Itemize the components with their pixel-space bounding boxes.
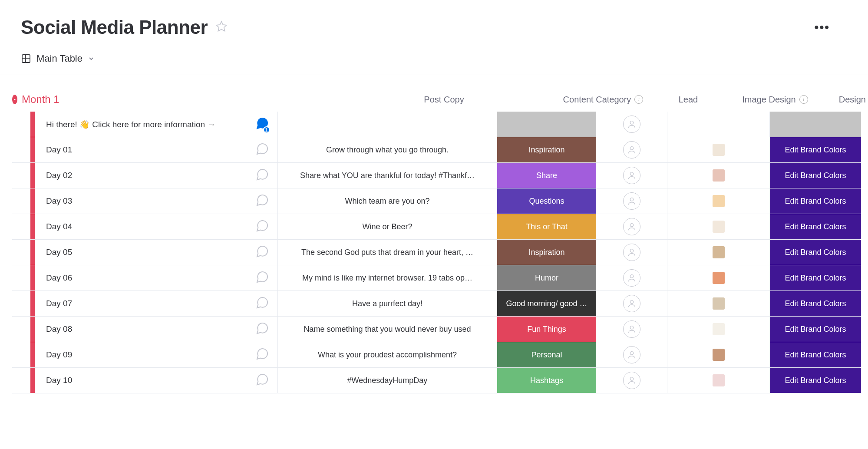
design-status-cell[interactable]: Edit Brand Colors [770, 188, 861, 214]
conversation-button[interactable] [247, 214, 278, 239]
row-item-name[interactable]: Day 01 [40, 137, 247, 162]
table-row[interactable]: Day 09What is your proudest accomplishme… [12, 342, 860, 368]
conversation-button[interactable] [247, 291, 278, 316]
row-item-name[interactable]: Day 09 [40, 342, 247, 367]
group-collapse-toggle[interactable] [12, 95, 17, 104]
conversation-button[interactable]: 1 [247, 112, 278, 137]
lead-cell[interactable] [596, 163, 667, 188]
conversation-button[interactable] [247, 163, 278, 188]
post-copy-cell[interactable]: #WednesdayHumpDay [278, 368, 497, 393]
design-status-cell[interactable]: Edit Brand Colors [770, 317, 861, 342]
column-header-content-category[interactable]: Content Categoryi [554, 95, 653, 105]
table-row[interactable]: Day 02Share what YOU are thankful for to… [12, 163, 860, 188]
row-item-name[interactable]: Day 10 [40, 368, 247, 393]
conversation-button[interactable] [247, 188, 278, 214]
image-thumbnail[interactable] [713, 195, 725, 207]
image-thumbnail[interactable] [713, 246, 725, 258]
content-category-cell[interactable]: Inspiration [497, 137, 596, 162]
table-row[interactable]: Day 01Grow through what you go through.I… [12, 137, 860, 163]
post-copy-cell[interactable]: Have a purrfect day! [278, 291, 497, 316]
image-thumbnail[interactable] [713, 169, 725, 182]
info-icon[interactable]: i [634, 95, 643, 104]
row-item-name[interactable]: Day 06 [40, 265, 247, 291]
image-design-cell[interactable] [667, 317, 770, 342]
table-row[interactable]: Day 05The second God puts that dream in … [12, 240, 860, 265]
post-copy-cell[interactable]: What is your proudest accomplishment? [278, 342, 497, 367]
image-thumbnail[interactable] [713, 349, 725, 361]
lead-cell[interactable] [596, 368, 667, 393]
image-thumbnail[interactable] [713, 144, 725, 156]
image-design-cell[interactable] [667, 214, 770, 239]
image-thumbnail[interactable] [713, 221, 725, 233]
column-header-design-status[interactable]: Design Statusi [826, 95, 868, 105]
image-thumbnail[interactable] [713, 272, 725, 284]
post-copy-cell[interactable]: The second God puts that dream in your h… [278, 240, 497, 265]
table-row[interactable]: Day 06My mind is like my internet browse… [12, 265, 860, 291]
board-title[interactable]: Social Media Planner [21, 17, 208, 38]
design-status-cell[interactable] [770, 112, 861, 137]
content-category-cell[interactable]: Share [497, 163, 596, 188]
table-row[interactable]: Day 07Have a purrfect day!Good morning/ … [12, 291, 860, 317]
main-table-view-tab[interactable]: Main Table [21, 53, 95, 64]
more-options-icon[interactable]: ••• [815, 20, 847, 34]
table-row[interactable]: Day 04Wine or Beer?This or ThatEdit Bran… [12, 214, 860, 240]
lead-cell[interactable] [596, 240, 667, 265]
content-category-cell[interactable]: Questions [497, 188, 596, 214]
post-copy-cell[interactable]: Share what YOU are thankful for today! #… [278, 163, 497, 188]
design-status-cell[interactable]: Edit Brand Colors [770, 291, 861, 316]
image-design-cell[interactable] [667, 188, 770, 214]
row-item-name[interactable]: Day 08 [40, 317, 247, 342]
post-copy-cell[interactable] [278, 112, 497, 137]
table-row[interactable]: Day 10#WednesdayHumpDayHashtagsEdit Bran… [12, 368, 860, 393]
image-design-cell[interactable] [667, 240, 770, 265]
design-status-cell[interactable]: Edit Brand Colors [770, 163, 861, 188]
table-row[interactable]: Day 03Which team are you on?QuestionsEdi… [12, 188, 860, 214]
conversation-button[interactable] [247, 137, 278, 162]
image-design-cell[interactable] [667, 265, 770, 291]
content-category-cell[interactable]: Personal [497, 342, 596, 367]
design-status-cell[interactable]: Edit Brand Colors [770, 368, 861, 393]
image-design-cell[interactable] [667, 368, 770, 393]
lead-cell[interactable] [596, 317, 667, 342]
design-status-cell[interactable]: Edit Brand Colors [770, 265, 861, 291]
lead-cell[interactable] [596, 137, 667, 162]
design-status-cell[interactable]: Edit Brand Colors [770, 240, 861, 265]
image-design-cell[interactable] [667, 163, 770, 188]
row-item-name[interactable]: Day 04 [40, 214, 247, 239]
content-category-cell[interactable] [497, 112, 596, 137]
table-row[interactable]: Hi there! 👋 Click here for more informat… [12, 112, 860, 137]
image-design-cell[interactable] [667, 137, 770, 162]
row-item-name[interactable]: Day 05 [40, 240, 247, 265]
info-icon[interactable]: i [799, 95, 808, 104]
design-status-cell[interactable]: Edit Brand Colors [770, 342, 861, 367]
row-item-name[interactable]: Day 02 [40, 163, 247, 188]
conversation-button[interactable] [247, 368, 278, 393]
post-copy-cell[interactable]: My mind is like my internet browser. 19 … [278, 265, 497, 291]
row-item-name[interactable]: Day 07 [40, 291, 247, 316]
conversation-button[interactable] [247, 317, 278, 342]
post-copy-cell[interactable]: Wine or Beer? [278, 214, 497, 239]
column-header-lead[interactable]: Lead [653, 95, 724, 105]
column-header-post-copy[interactable]: Post Copy [334, 95, 554, 105]
conversation-button[interactable] [247, 240, 278, 265]
lead-cell[interactable] [596, 112, 667, 137]
favorite-star-icon[interactable] [215, 20, 228, 35]
content-category-cell[interactable]: Humor [497, 265, 596, 291]
post-copy-cell[interactable]: Grow through what you go through. [278, 137, 497, 162]
post-copy-cell[interactable]: Name something that you would never buy … [278, 317, 497, 342]
table-row[interactable]: Day 08Name something that you would neve… [12, 317, 860, 342]
lead-cell[interactable] [596, 214, 667, 239]
lead-cell[interactable] [596, 291, 667, 316]
design-status-cell[interactable]: Edit Brand Colors [770, 214, 861, 239]
conversation-button[interactable] [247, 342, 278, 367]
content-category-cell[interactable]: Hashtags [497, 368, 596, 393]
design-status-cell[interactable]: Edit Brand Colors [770, 137, 861, 162]
content-category-cell[interactable]: This or That [497, 214, 596, 239]
group-title[interactable]: Month 1 [22, 93, 334, 106]
image-design-cell[interactable] [667, 342, 770, 367]
lead-cell[interactable] [596, 188, 667, 214]
lead-cell[interactable] [596, 342, 667, 367]
row-item-name[interactable]: Day 03 [40, 188, 247, 214]
post-copy-cell[interactable]: Which team are you on? [278, 188, 497, 214]
image-thumbnail[interactable] [713, 374, 725, 386]
